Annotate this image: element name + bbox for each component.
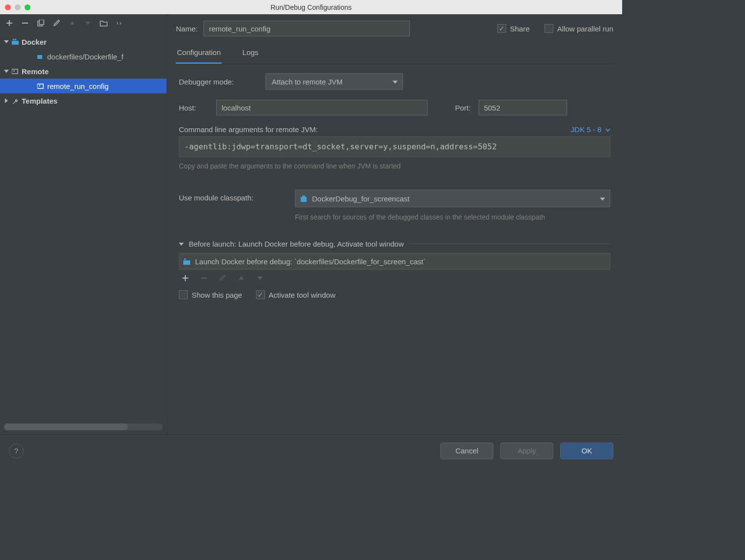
share-label: Share (510, 25, 530, 33)
before-launch-checks: Show this page Activate tool window (179, 290, 610, 299)
tree-group-remote[interactable]: Remote (0, 64, 167, 79)
show-page-checkbox[interactable] (179, 290, 188, 299)
port-input[interactable] (479, 100, 567, 115)
dockerfile-icon (37, 54, 44, 59)
show-page-label: Show this page (192, 291, 242, 299)
svg-rect-3 (13, 39, 14, 40)
module-classpath-select[interactable]: DockerDebug_for_screencast (295, 190, 610, 207)
activate-tool-wrapper[interactable]: Activate tool window (256, 290, 336, 299)
wrench-icon (12, 98, 19, 104)
remote-config-icon (37, 83, 44, 89)
share-checkbox[interactable] (497, 24, 506, 33)
traffic-lights (0, 4, 30, 10)
cmd-args-field[interactable]: -agentlib:jdwp=transport=dt_socket,serve… (179, 137, 610, 157)
right-panel: Name: Share Allow parallel run Configura… (167, 15, 622, 434)
svg-rect-9 (39, 85, 40, 86)
show-page-wrapper[interactable]: Show this page (179, 290, 242, 299)
before-launch-item-label: Launch Docker before debug: `dockerfiles… (195, 257, 426, 266)
left-toolbar: ›› (0, 15, 167, 32)
overflow-button[interactable]: ›› (115, 19, 124, 28)
chevron-down-icon (4, 40, 9, 43)
tree-group-templates[interactable]: Templates (0, 93, 167, 108)
remote-icon (12, 68, 19, 74)
bl-move-up-button[interactable] (237, 274, 246, 282)
tree-item-label: dockerfiles/Dockerfile_f (47, 53, 123, 61)
cmd-args-header: Command line arguments for remote JVM: J… (179, 125, 610, 134)
svg-rect-1 (39, 20, 44, 25)
host-input[interactable] (216, 100, 428, 115)
cancel-button[interactable]: Cancel (440, 443, 493, 459)
tree-group-label: Templates (22, 97, 57, 105)
svg-rect-12 (183, 260, 190, 265)
docker-icon (12, 39, 19, 45)
window-title: Run/Debug Configurations (271, 3, 352, 11)
chevron-right-icon (5, 98, 8, 103)
ok-button[interactable]: OK (560, 443, 613, 459)
activate-tool-checkbox[interactable] (256, 290, 265, 299)
minimize-window-icon[interactable] (15, 4, 21, 10)
bl-edit-button[interactable] (218, 274, 227, 282)
apply-button[interactable]: Apply (500, 443, 553, 459)
allow-parallel-label: Allow parallel run (557, 25, 613, 33)
debugger-mode-select[interactable]: Attach to remote JVM (265, 73, 403, 90)
before-launch-item[interactable]: Launch Docker before debug: `dockerfiles… (179, 253, 610, 270)
before-launch-tools (179, 270, 610, 290)
svg-rect-7 (13, 70, 15, 72)
dialog-footer: ? Cancel Apply OK (0, 434, 622, 467)
name-input[interactable] (203, 21, 410, 36)
module-classpath-hint: First search for sources of the debugged… (295, 213, 570, 221)
chevron-down-icon (4, 70, 9, 73)
debugger-mode-value: Attach to remote JVM (272, 78, 343, 86)
cmd-args-hint: Copy and paste the arguments to the comm… (179, 162, 610, 170)
tree-group-docker[interactable]: Docker (0, 34, 167, 49)
name-label: Name: (176, 25, 198, 33)
tree-item-remote-run-config[interactable]: remote_run_config (0, 79, 167, 93)
folder-button[interactable] (99, 19, 108, 28)
close-window-icon[interactable] (5, 4, 11, 10)
dialog-buttons: Cancel Apply OK (440, 443, 613, 459)
bl-remove-button[interactable] (200, 274, 208, 282)
configuration-panel: Debugger mode: Attach to remote JVM Host… (176, 73, 613, 434)
allow-parallel-checkbox[interactable] (544, 24, 553, 33)
debugger-mode-label: Debugger mode: (179, 78, 258, 86)
share-checkbox-wrapper[interactable]: Share (497, 24, 530, 33)
svg-rect-10 (301, 197, 307, 202)
module-icon (300, 196, 307, 201)
remove-config-button[interactable] (21, 19, 29, 28)
edit-defaults-button[interactable] (52, 19, 61, 28)
move-up-button[interactable] (68, 19, 77, 28)
tree-group-label: Docker (22, 38, 47, 46)
module-classpath-row: Use module classpath: DockerDebug_for_sc… (179, 190, 610, 221)
titlebar: Run/Debug Configurations (0, 0, 622, 15)
tabs: Configuration Logs (176, 45, 613, 64)
main-area: ›› Docker dockerfiles/Dockerfile_f Remot… (0, 15, 622, 434)
add-config-button[interactable] (5, 19, 14, 28)
help-button[interactable]: ? (9, 444, 24, 458)
tab-configuration[interactable]: Configuration (176, 45, 222, 64)
tab-logs[interactable]: Logs (241, 45, 259, 64)
svg-rect-5 (37, 55, 42, 59)
svg-rect-13 (184, 258, 186, 260)
before-launch-section: Before launch: Launch Docker before debu… (179, 240, 610, 299)
svg-rect-4 (15, 39, 16, 40)
name-row: Name: Share Allow parallel run (176, 21, 613, 36)
jdk-version-dropdown[interactable]: JDK 5 - 8 (571, 125, 610, 134)
docker-task-icon (183, 258, 190, 264)
host-port-row: Host: Port: (179, 100, 610, 115)
module-classpath-value: DockerDebug_for_screencast (312, 195, 409, 203)
tree-item-dockerfile[interactable]: dockerfiles/Dockerfile_f (0, 49, 167, 64)
before-launch-header[interactable]: Before launch: Launch Docker before debu… (179, 240, 610, 248)
module-classpath-label: Use module classpath: (179, 190, 287, 202)
port-label: Port: (455, 104, 471, 112)
tree-group-label: Remote (22, 67, 49, 76)
left-panel: ›› Docker dockerfiles/Dockerfile_f Remot… (0, 15, 167, 434)
copy-config-button[interactable] (36, 19, 45, 28)
move-down-button[interactable] (84, 19, 92, 28)
debugger-mode-row: Debugger mode: Attach to remote JVM (179, 73, 610, 90)
bl-move-down-button[interactable] (256, 274, 264, 282)
allow-parallel-wrapper[interactable]: Allow parallel run (544, 24, 613, 33)
cmd-args-label: Command line arguments for remote JVM: (179, 125, 318, 134)
horizontal-scrollbar[interactable] (4, 423, 163, 430)
zoom-window-icon[interactable] (25, 4, 30, 10)
bl-add-button[interactable] (181, 274, 190, 282)
